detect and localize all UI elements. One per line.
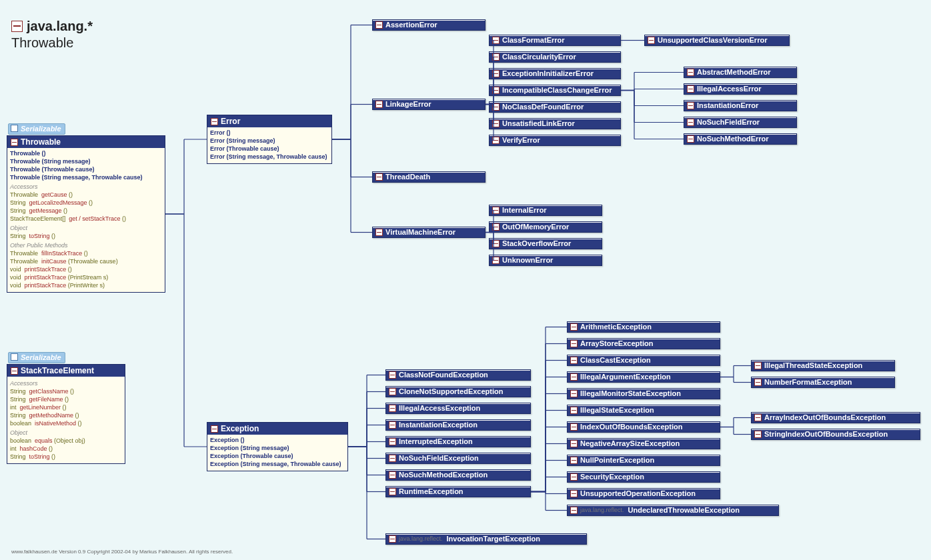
class-node: NumberFormatException — [751, 377, 895, 388]
member-row: int getLineNumber () — [10, 403, 122, 411]
class-node: ExceptionInInitializerError — [489, 68, 621, 79]
class-icon — [687, 69, 694, 76]
member-row: String getMethodName () — [10, 411, 122, 419]
class-node: IllegalStateException — [567, 405, 720, 416]
class-node: NoSuchMethodError — [684, 133, 797, 145]
member-row: void printStackTrace (PrintWriter s) — [10, 281, 162, 289]
class-icon — [492, 87, 500, 94]
class-icon — [570, 507, 578, 514]
class-icon — [211, 425, 218, 433]
class-icon — [389, 405, 396, 412]
class-icon — [570, 440, 578, 447]
class-node: NoSuchMethodException — [385, 469, 531, 481]
class-icon — [492, 37, 500, 44]
class-icon — [492, 70, 500, 77]
class-node: IndexOutOfBoundsException — [567, 421, 720, 433]
page-title: java.lang.* Throwable — [11, 19, 93, 51]
class-icon — [492, 103, 500, 111]
class-icon — [687, 102, 694, 109]
class-icon — [211, 118, 218, 125]
class-node: IllegalAccessException — [385, 403, 531, 414]
class-node: ArithmeticException — [567, 321, 720, 333]
class-node: SecurityException — [567, 471, 720, 483]
class-icon — [754, 414, 762, 421]
class-node: IllegalThreadStateException — [751, 360, 895, 371]
member-row: String getLocalizedMessage () — [10, 199, 162, 207]
member-row: StackTraceElement[] get / setStackTrace … — [10, 215, 162, 223]
member-row: String toString () — [10, 453, 122, 461]
class-icon — [375, 21, 383, 29]
class-node: ClassCircularityError — [489, 51, 621, 63]
member-row: Throwable getCause () — [10, 191, 162, 199]
class-node: ThreadDeath — [372, 171, 486, 183]
class-icon — [492, 257, 500, 264]
class-icon — [375, 101, 383, 108]
class-icon — [754, 431, 762, 438]
class-node: IncompatibleClassChangeError — [489, 85, 621, 96]
member-row: int hashCode () — [10, 445, 122, 453]
class-node: RuntimeException — [385, 486, 531, 497]
class-node: NoSuchFieldException — [385, 453, 531, 464]
footer-text: www.falkhausen.de Version 0.9 Copyright … — [11, 549, 233, 555]
member-row: boolean equals (Object obj) — [10, 437, 122, 445]
class-node: UnsupportedClassVersionError — [644, 35, 790, 46]
class-title: Throwable — [7, 136, 165, 148]
class-body: Throwable () Throwable (String message) … — [7, 148, 165, 292]
member-row: void printStackTrace () — [10, 265, 162, 273]
class-card-error: Error Error () Error (String message) Er… — [207, 115, 332, 164]
class-node: ArrayIndexOutOfBoundsException — [751, 412, 920, 423]
serializable-tag-ste: Serializable — [8, 352, 65, 363]
class-node: NoSuchFieldError — [684, 117, 797, 128]
class-icon — [492, 240, 500, 247]
class-node: ArrayStoreException — [567, 338, 720, 349]
class-icon — [389, 488, 396, 495]
member-row: void printStackTrace (PrintStream s) — [10, 273, 162, 281]
class-icon — [389, 535, 396, 543]
class-card-stacktraceelement: StackTraceElement Accessors String getCl… — [7, 364, 125, 464]
serializable-tag-throwable: Serializable — [8, 123, 65, 135]
class-node: StackOverflowError — [489, 238, 602, 249]
member-row: String getClassName () — [10, 387, 122, 395]
class-node: VirtualMachineError — [372, 227, 486, 238]
class-node: StringIndexOutOfBoundsException — [751, 429, 920, 440]
class-node: CloneNotSupportedException — [385, 386, 531, 397]
class-body: Accessors String getClassName ()String g… — [7, 377, 125, 463]
class-icon — [687, 85, 694, 93]
class-icon — [389, 471, 396, 479]
class-icon — [570, 323, 578, 331]
member-row: String getFileName () — [10, 395, 122, 403]
class-icon — [570, 390, 578, 397]
member-row: Throwable fillInStackTrace () — [10, 249, 162, 257]
class-node: java.lang.reflect.InvocationTargetExcept… — [385, 533, 587, 545]
class-card-throwable: Throwable Throwable () Throwable (String… — [7, 135, 165, 293]
class-title: Error — [207, 115, 331, 127]
class-node: UnsatisfiedLinkError — [489, 118, 621, 129]
class-node: UnknownError — [489, 255, 602, 266]
class-icon — [570, 457, 578, 464]
class-icon — [648, 37, 655, 44]
class-title: Exception — [207, 423, 347, 435]
class-body: Exception () Exception (String message) … — [207, 435, 347, 471]
class-node: UnsupportedOperationException — [567, 488, 720, 499]
class-icon — [570, 407, 578, 414]
class-node: NegativeArraySizeException — [567, 438, 720, 449]
class-node: IllegalArgumentException — [567, 371, 720, 383]
class-icon — [492, 207, 500, 214]
class-node: IllegalAccessError — [684, 83, 797, 95]
class-icon — [389, 371, 396, 379]
class-node: InstantiationError — [684, 100, 797, 111]
class-node: VerifyError — [489, 135, 621, 146]
class-icon — [570, 340, 578, 347]
class-node: ClassFormatError — [489, 35, 621, 46]
class-icon — [687, 119, 694, 126]
class-node: InternalError — [489, 205, 602, 216]
class-node: ClassCastException — [567, 355, 720, 366]
class-node: ClassNotFoundException — [385, 369, 531, 381]
class-icon — [375, 229, 383, 236]
class-icon — [754, 362, 762, 369]
class-body: Error () Error (String message) Error (T… — [207, 127, 331, 163]
class-icon — [492, 53, 500, 61]
class-node: LinkageError — [372, 99, 486, 110]
class-icon — [492, 223, 500, 231]
class-icon — [389, 388, 396, 395]
